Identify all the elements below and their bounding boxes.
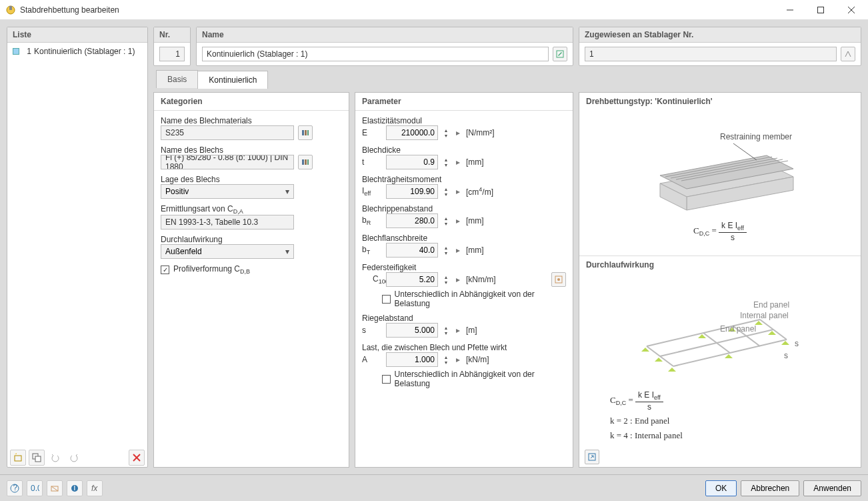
param-s-label: Riegelabstand bbox=[362, 314, 566, 323]
fx-button[interactable]: fx bbox=[87, 480, 103, 496]
spinner[interactable]: ▴▾ bbox=[442, 352, 450, 367]
nr-panel: Nr. 1 bbox=[153, 27, 191, 66]
spinner[interactable]: ▴▾ bbox=[442, 125, 450, 140]
param-C-settings-button[interactable] bbox=[551, 272, 566, 287]
delete-button[interactable] bbox=[129, 450, 145, 466]
svg-marker-38 bbox=[655, 358, 663, 362]
profile-deformation-checkbox[interactable]: ✓ Profilverformung CD,B bbox=[161, 264, 342, 275]
diagram-panel: Drehbettungstyp: 'Kontinuierlich' bbox=[579, 92, 861, 468]
nr-input[interactable]: 1 bbox=[159, 47, 185, 61]
copy-button[interactable] bbox=[29, 450, 45, 466]
list-toolbar bbox=[7, 448, 147, 467]
tab-kontinuierlich[interactable]: Kontinuierlich bbox=[197, 71, 268, 89]
param-bR-input[interactable]: 280.0 bbox=[386, 213, 438, 228]
graphic-view-button[interactable] bbox=[47, 480, 63, 496]
param-A-diff-label: Unterschiedlich in Abhängigkeit von der … bbox=[395, 370, 566, 388]
checkbox-unchecked-icon bbox=[382, 375, 391, 384]
spinner[interactable]: ▴▾ bbox=[442, 272, 450, 287]
categories-panel: Kategorien Name des Blechmaterials S235 … bbox=[153, 92, 349, 468]
library-button-material[interactable] bbox=[298, 125, 313, 140]
svg-text:Internal panel: Internal panel bbox=[740, 311, 789, 320]
svg-line-56 bbox=[51, 486, 58, 491]
spinner[interactable]: ▴▾ bbox=[442, 184, 450, 199]
svg-line-35 bbox=[760, 320, 787, 340]
param-A-input[interactable]: 1.000 bbox=[386, 352, 438, 367]
param-C-input[interactable]: 5.20 bbox=[386, 272, 438, 287]
pick-member-button[interactable] bbox=[841, 47, 855, 61]
spinner[interactable]: ▴▾ bbox=[442, 213, 450, 228]
param-bT-unit: [mm] bbox=[466, 245, 484, 255]
param-t-input[interactable]: 0.9 bbox=[386, 155, 438, 169]
arrow-right-icon[interactable]: ▸ bbox=[454, 245, 462, 255]
maximize-button[interactable] bbox=[805, 0, 836, 20]
library-button-sheet[interactable] bbox=[298, 155, 313, 169]
arrow-right-icon[interactable]: ▸ bbox=[454, 216, 462, 225]
arrow-right-icon[interactable]: ▸ bbox=[454, 187, 462, 196]
formula-cdc: CD,C = k E Ieffs bbox=[693, 221, 747, 241]
svg-rect-13 bbox=[305, 130, 307, 135]
name-input[interactable]: Kontinuierlich (Stablager : 1) bbox=[202, 47, 549, 61]
param-E-input[interactable]: 210000.0 bbox=[386, 125, 438, 140]
arrow-right-icon[interactable]: ▸ bbox=[454, 326, 462, 335]
redo-button[interactable] bbox=[66, 450, 82, 466]
list-panel: Liste 1 Kontinuierlich (Stablager : 1) bbox=[7, 27, 148, 468]
dialog-footer: ? 0.00 i fx OK Abbrechen Anwenden bbox=[0, 474, 868, 501]
sheet-name-input[interactable]: Fl (+) 85/280 - 0.88 (b: 1000) | DIN 188… bbox=[161, 155, 294, 169]
ok-button[interactable]: OK bbox=[705, 480, 737, 496]
apply-button[interactable]: Anwenden bbox=[803, 480, 861, 496]
continuous-effect-select[interactable]: Außenfeld ▾ bbox=[161, 244, 294, 259]
name-panel: Name Kontinuierlich (Stablager : 1) bbox=[196, 27, 573, 66]
svg-marker-39 bbox=[668, 368, 676, 372]
param-s-input[interactable]: 5.000 bbox=[386, 323, 438, 338]
tab-basis[interactable]: Basis bbox=[156, 70, 198, 88]
arrow-right-icon[interactable]: ▸ bbox=[454, 157, 462, 167]
param-C-diff-label: Unterschiedlich in Abhängigkeit von der … bbox=[395, 290, 566, 308]
sheet-position-select[interactable]: Positiv ▾ bbox=[161, 184, 294, 199]
param-I-label: Blechträgheitsmoment bbox=[362, 175, 566, 184]
select-value: Positiv bbox=[165, 187, 189, 196]
undo-button[interactable] bbox=[47, 450, 63, 466]
arrow-right-icon[interactable]: ▸ bbox=[454, 355, 462, 364]
cancel-button[interactable]: Abbrechen bbox=[741, 480, 799, 496]
spinner[interactable]: ▴▾ bbox=[442, 323, 450, 338]
svg-rect-15 bbox=[302, 159, 304, 165]
assigned-label: Zugewiesen an Stablager Nr. bbox=[579, 27, 861, 43]
parameters-header: Parameter bbox=[355, 93, 573, 111]
param-bR-symbol: bR bbox=[362, 215, 382, 226]
list-item[interactable]: 1 Kontinuierlich (Stablager : 1) bbox=[10, 45, 145, 57]
param-I-unit: [cm4/m] bbox=[466, 186, 493, 197]
arrow-right-icon[interactable]: ▸ bbox=[454, 128, 462, 137]
param-C-unit: [kNm/m] bbox=[466, 275, 496, 284]
edit-name-button[interactable] bbox=[553, 47, 567, 61]
minimize-button[interactable] bbox=[775, 0, 805, 20]
diagram-export-button[interactable] bbox=[585, 450, 599, 464]
help-button[interactable]: ? bbox=[7, 480, 23, 496]
determination-value: EN 1993-1-3, Tabelle 10.3 bbox=[161, 215, 294, 229]
spinner[interactable]: ▴▾ bbox=[442, 243, 450, 258]
param-I-input[interactable]: 109.90 bbox=[386, 184, 438, 199]
param-E-label: Elastizitätsmodul bbox=[362, 116, 566, 125]
svg-point-19 bbox=[557, 278, 560, 281]
sheet-material-input[interactable]: S235 bbox=[161, 125, 294, 140]
info-button[interactable]: i bbox=[67, 480, 83, 496]
spinner[interactable]: ▴▾ bbox=[442, 155, 450, 169]
assigned-input[interactable]: 1 bbox=[585, 47, 837, 61]
new-button[interactable] bbox=[10, 450, 26, 466]
svg-text:End panel: End panel bbox=[753, 300, 789, 310]
continuous-effect-diagram: End panel Internal panel End panel s s bbox=[627, 280, 813, 386]
svg-text:s: s bbox=[784, 351, 788, 360]
svg-rect-14 bbox=[307, 130, 309, 135]
param-C-label: Federsteifigkeit bbox=[362, 263, 566, 272]
param-bR-unit: [mm] bbox=[466, 216, 484, 225]
svg-marker-42 bbox=[781, 341, 789, 345]
svg-text:?: ? bbox=[13, 484, 18, 492]
param-A-diff-checkbox[interactable]: Unterschiedlich in Abhängigkeit von der … bbox=[382, 370, 566, 388]
param-C-diff-checkbox[interactable]: Unterschiedlich in Abhängigkeit von der … bbox=[382, 290, 566, 308]
units-button[interactable]: 0.00 bbox=[27, 480, 43, 496]
arrow-right-icon[interactable]: ▸ bbox=[454, 275, 462, 284]
close-button[interactable] bbox=[836, 0, 867, 20]
categories-header: Kategorien bbox=[154, 93, 349, 111]
svg-rect-3 bbox=[818, 7, 824, 13]
param-bT-input[interactable]: 40.0 bbox=[386, 243, 438, 258]
svg-text:End panel: End panel bbox=[720, 324, 756, 334]
